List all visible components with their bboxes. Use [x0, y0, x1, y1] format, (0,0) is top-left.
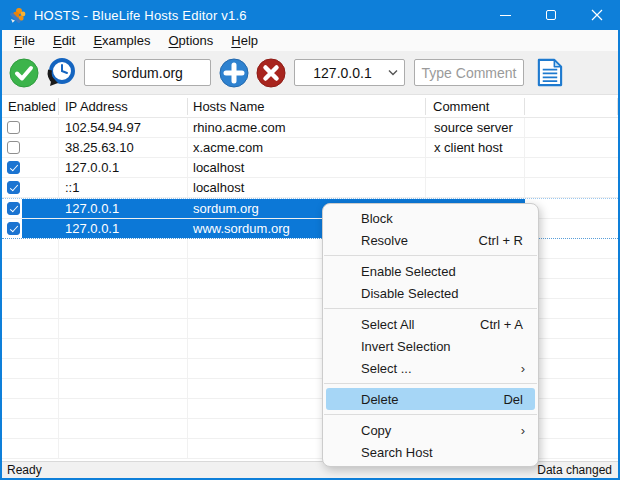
cell-ip: 127.0.0.1	[59, 158, 188, 177]
status-ready: Ready	[2, 463, 42, 477]
cell-host: rhino.acme.com	[188, 118, 426, 137]
enabled-checkbox[interactable]	[7, 202, 20, 215]
window-title: HOSTS - BlueLife Hosts Editor v1.6	[34, 8, 247, 23]
cell-comment	[426, 178, 525, 197]
cell-ip: 38.25.63.10	[59, 138, 188, 157]
maximize-button[interactable]	[528, 0, 574, 30]
context-item-enable-selected[interactable]: Enable Selected	[326, 260, 535, 282]
ip-address-select[interactable]: 127.0.0.1	[294, 59, 405, 86]
cell-host: localhost	[188, 178, 426, 197]
history-clock-icon	[46, 58, 76, 88]
cell-ip: 127.0.0.1	[59, 219, 188, 238]
delete-entry-button[interactable]	[256, 58, 286, 88]
cell-ip: ::1	[59, 178, 188, 197]
table-row[interactable]: ::1 localhost	[2, 178, 618, 198]
table-row[interactable]: 38.25.63.10 x.acme.com x client host	[2, 138, 618, 158]
enabled-checkbox[interactable]	[7, 121, 20, 134]
submenu-arrow-icon: ›	[521, 361, 525, 376]
red-x-icon	[256, 58, 286, 88]
context-item-select-all[interactable]: Select All Ctrl + A	[326, 313, 535, 335]
cell-ip: 102.54.94.97	[59, 118, 188, 137]
cell-comment	[426, 158, 525, 177]
apply-hosts-button[interactable]	[9, 58, 39, 88]
enabled-checkbox[interactable]	[7, 161, 20, 174]
context-item-select-more[interactable]: Select ... ›	[326, 357, 535, 379]
column-header-ip[interactable]: IP Address	[59, 98, 188, 115]
cell-host: localhost	[188, 158, 426, 177]
menu-options[interactable]: Options	[159, 31, 222, 50]
close-icon	[591, 9, 603, 21]
menu-separator	[324, 383, 537, 384]
app-icon	[9, 6, 27, 24]
enabled-checkbox[interactable]	[7, 222, 20, 235]
column-header-hostsname[interactable]: Hosts Name	[188, 98, 426, 115]
column-header-enabled[interactable]: Enabled	[2, 98, 59, 115]
cell-comment: source server	[426, 118, 525, 137]
context-item-resolve[interactable]: Resolve Ctrl + R	[326, 229, 535, 251]
enabled-checkbox[interactable]	[7, 181, 20, 194]
context-item-search-host[interactable]: Search Host	[326, 441, 535, 463]
menu-examples[interactable]: Examples	[84, 31, 159, 50]
submenu-arrow-icon: ›	[521, 423, 525, 438]
column-header-comment[interactable]: Comment	[426, 98, 525, 115]
context-menu: Block Resolve Ctrl + R Enable Selected D…	[322, 203, 539, 467]
cell-host: x.acme.com	[188, 138, 426, 157]
minimize-button[interactable]	[482, 0, 528, 30]
window-controls	[482, 0, 620, 30]
green-check-icon	[9, 58, 39, 88]
context-item-delete[interactable]: Delete Del	[326, 388, 535, 410]
table-row[interactable]: 127.0.0.1 localhost	[2, 158, 618, 178]
backup-restore-button[interactable]	[46, 58, 76, 88]
add-entry-button[interactable]	[219, 58, 249, 88]
menu-file[interactable]: File	[5, 31, 44, 50]
menu-help[interactable]: Help	[222, 31, 267, 50]
titlebar: HOSTS - BlueLife Hosts Editor v1.6	[0, 0, 620, 30]
table-row[interactable]: 102.54.94.97 rhino.acme.com source serve…	[2, 118, 618, 138]
minimize-icon	[500, 15, 511, 16]
context-item-disable-selected[interactable]: Disable Selected	[326, 282, 535, 304]
add-plus-icon	[219, 58, 249, 88]
menu-separator	[324, 414, 537, 415]
context-item-copy[interactable]: Copy ›	[326, 419, 535, 441]
table-header: Enabled IP Address Hosts Name Comment	[2, 95, 618, 118]
host-name-input[interactable]	[84, 59, 211, 86]
menubar: File Edit Examples Options Help	[2, 30, 618, 51]
cell-comment: x client host	[426, 138, 525, 157]
document-icon	[535, 58, 564, 87]
cell-ip: 127.0.0.1	[59, 199, 188, 218]
menu-separator	[324, 255, 537, 256]
chevron-down-icon	[388, 69, 398, 76]
toolbar: 127.0.0.1	[2, 51, 618, 95]
menu-edit[interactable]: Edit	[44, 31, 84, 50]
context-item-invert-selection[interactable]: Invert Selection	[326, 335, 535, 357]
maximize-icon	[546, 10, 556, 20]
menu-separator	[324, 308, 537, 309]
status-data-changed: Data changed	[537, 463, 618, 477]
close-button[interactable]	[574, 0, 620, 30]
context-item-block[interactable]: Block	[326, 207, 535, 229]
comment-input[interactable]	[414, 59, 524, 86]
enabled-checkbox[interactable]	[7, 141, 20, 154]
open-hosts-file-button[interactable]	[535, 58, 564, 87]
column-header-spacer	[525, 98, 618, 115]
app-window: HOSTS - BlueLife Hosts Editor v1.6 File …	[0, 0, 620, 480]
